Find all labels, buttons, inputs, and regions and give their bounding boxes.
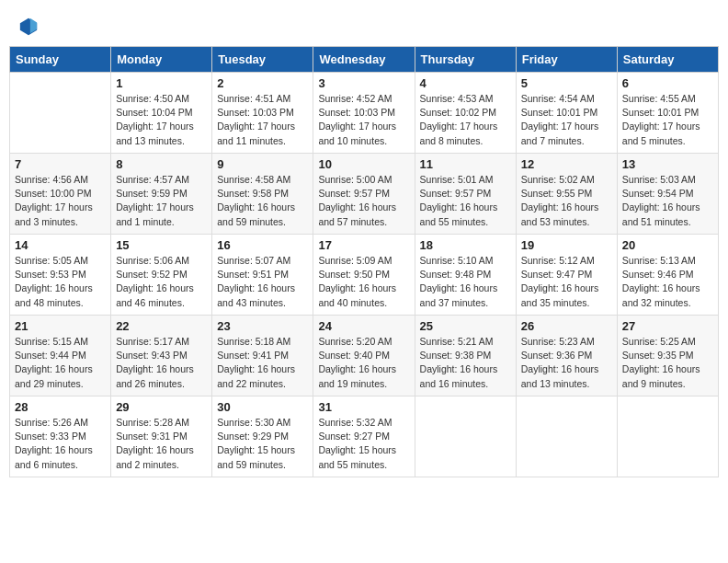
day-info: Sunrise: 5:18 AM Sunset: 9:41 PM Dayligh… (217, 335, 308, 391)
weekday-header: Friday (516, 47, 617, 73)
calendar-cell (617, 396, 718, 477)
calendar-week-row: 1Sunrise: 4:50 AM Sunset: 10:04 PM Dayli… (10, 73, 719, 154)
day-number: 27 (622, 319, 713, 333)
day-number: 2 (217, 76, 308, 90)
weekday-header: Sunday (10, 47, 111, 73)
day-number: 17 (318, 238, 409, 252)
calendar-cell: 27Sunrise: 5:25 AM Sunset: 9:35 PM Dayli… (617, 316, 718, 396)
day-number: 25 (420, 319, 511, 333)
calendar-cell (516, 396, 617, 477)
day-number: 4 (420, 76, 511, 90)
day-info: Sunrise: 4:56 AM Sunset: 10:00 PM Daylig… (15, 173, 106, 229)
calendar-cell: 25Sunrise: 5:21 AM Sunset: 9:38 PM Dayli… (415, 316, 516, 396)
day-info: Sunrise: 5:02 AM Sunset: 9:55 PM Dayligh… (521, 173, 612, 229)
calendar-cell (415, 396, 516, 477)
day-number: 24 (318, 319, 409, 333)
day-number: 10 (318, 157, 409, 171)
calendar-cell: 7Sunrise: 4:56 AM Sunset: 10:00 PM Dayli… (10, 154, 111, 235)
day-number: 20 (622, 238, 713, 252)
day-number: 6 (622, 76, 713, 90)
calendar-week-row: 14Sunrise: 5:05 AM Sunset: 9:53 PM Dayli… (10, 235, 719, 316)
day-info: Sunrise: 4:51 AM Sunset: 10:03 PM Daylig… (217, 92, 308, 148)
day-info: Sunrise: 5:09 AM Sunset: 9:50 PM Dayligh… (318, 254, 409, 310)
day-info: Sunrise: 5:20 AM Sunset: 9:40 PM Dayligh… (318, 335, 409, 391)
calendar-week-row: 21Sunrise: 5:15 AM Sunset: 9:44 PM Dayli… (10, 316, 719, 396)
calendar-cell: 6Sunrise: 4:55 AM Sunset: 10:01 PM Dayli… (617, 73, 718, 154)
day-info: Sunrise: 5:06 AM Sunset: 9:52 PM Dayligh… (116, 254, 207, 310)
calendar-cell: 24Sunrise: 5:20 AM Sunset: 9:40 PM Dayli… (313, 316, 415, 396)
calendar-cell: 17Sunrise: 5:09 AM Sunset: 9:50 PM Dayli… (313, 235, 415, 316)
weekday-header: Monday (111, 47, 212, 73)
day-info: Sunrise: 5:26 AM Sunset: 9:33 PM Dayligh… (15, 416, 106, 472)
calendar-cell: 10Sunrise: 5:00 AM Sunset: 9:57 PM Dayli… (313, 154, 415, 235)
day-number: 12 (521, 157, 612, 171)
svg-marker-1 (30, 18, 37, 34)
calendar-cell: 31Sunrise: 5:32 AM Sunset: 9:27 PM Dayli… (313, 396, 415, 477)
day-info: Sunrise: 5:01 AM Sunset: 9:57 PM Dayligh… (420, 173, 511, 229)
calendar-cell: 20Sunrise: 5:13 AM Sunset: 9:46 PM Dayli… (617, 235, 718, 316)
calendar-cell: 26Sunrise: 5:23 AM Sunset: 9:36 PM Dayli… (516, 316, 617, 396)
calendar-cell: 12Sunrise: 5:02 AM Sunset: 9:55 PM Dayli… (516, 154, 617, 235)
day-number: 22 (116, 319, 207, 333)
calendar-cell: 11Sunrise: 5:01 AM Sunset: 9:57 PM Dayli… (415, 154, 516, 235)
day-info: Sunrise: 4:57 AM Sunset: 9:59 PM Dayligh… (116, 173, 207, 229)
calendar-cell: 29Sunrise: 5:28 AM Sunset: 9:31 PM Dayli… (111, 396, 212, 477)
day-info: Sunrise: 5:21 AM Sunset: 9:38 PM Dayligh… (420, 335, 511, 391)
day-info: Sunrise: 5:13 AM Sunset: 9:46 PM Dayligh… (622, 254, 713, 310)
day-number: 16 (217, 238, 308, 252)
calendar-week-row: 28Sunrise: 5:26 AM Sunset: 9:33 PM Dayli… (10, 396, 719, 477)
day-number: 5 (521, 76, 612, 90)
day-number: 30 (217, 400, 308, 414)
day-number: 19 (521, 238, 612, 252)
calendar-cell: 21Sunrise: 5:15 AM Sunset: 9:44 PM Dayli… (10, 316, 111, 396)
calendar-cell: 16Sunrise: 5:07 AM Sunset: 9:51 PM Dayli… (212, 235, 313, 316)
calendar-cell: 19Sunrise: 5:12 AM Sunset: 9:47 PM Dayli… (516, 235, 617, 316)
day-info: Sunrise: 5:15 AM Sunset: 9:44 PM Dayligh… (15, 335, 106, 391)
day-number: 23 (217, 319, 308, 333)
day-info: Sunrise: 4:58 AM Sunset: 9:58 PM Dayligh… (217, 173, 308, 229)
calendar-cell: 13Sunrise: 5:03 AM Sunset: 9:54 PM Dayli… (617, 154, 718, 235)
day-number: 9 (217, 157, 308, 171)
day-number: 29 (116, 400, 207, 414)
calendar-cell: 15Sunrise: 5:06 AM Sunset: 9:52 PM Dayli… (111, 235, 212, 316)
day-info: Sunrise: 5:10 AM Sunset: 9:48 PM Dayligh… (420, 254, 511, 310)
calendar-cell: 9Sunrise: 4:58 AM Sunset: 9:58 PM Daylig… (212, 154, 313, 235)
calendar-cell: 4Sunrise: 4:53 AM Sunset: 10:02 PM Dayli… (415, 73, 516, 154)
day-info: Sunrise: 5:00 AM Sunset: 9:57 PM Dayligh… (318, 173, 409, 229)
page-header (9, 9, 719, 40)
day-number: 7 (15, 157, 106, 171)
day-number: 8 (116, 157, 207, 171)
calendar-cell: 28Sunrise: 5:26 AM Sunset: 9:33 PM Dayli… (10, 396, 111, 477)
weekday-header: Saturday (617, 47, 718, 73)
calendar-cell: 22Sunrise: 5:17 AM Sunset: 9:43 PM Dayli… (111, 316, 212, 396)
calendar-cell: 30Sunrise: 5:30 AM Sunset: 9:29 PM Dayli… (212, 396, 313, 477)
day-info: Sunrise: 5:28 AM Sunset: 9:31 PM Dayligh… (116, 416, 207, 472)
weekday-header-row: SundayMondayTuesdayWednesdayThursdayFrid… (10, 47, 719, 73)
calendar-cell: 5Sunrise: 4:54 AM Sunset: 10:01 PM Dayli… (516, 73, 617, 154)
day-info: Sunrise: 4:53 AM Sunset: 10:02 PM Daylig… (420, 92, 511, 148)
day-info: Sunrise: 5:23 AM Sunset: 9:36 PM Dayligh… (521, 335, 612, 391)
day-number: 28 (15, 400, 106, 414)
day-info: Sunrise: 5:30 AM Sunset: 9:29 PM Dayligh… (217, 416, 308, 472)
day-info: Sunrise: 5:25 AM Sunset: 9:35 PM Dayligh… (622, 335, 713, 391)
day-number: 15 (116, 238, 207, 252)
weekday-header: Thursday (415, 47, 516, 73)
logo-icon (18, 17, 39, 37)
calendar-table: SundayMondayTuesdayWednesdayThursdayFrid… (9, 46, 719, 477)
calendar-cell: 1Sunrise: 4:50 AM Sunset: 10:04 PM Dayli… (111, 73, 212, 154)
calendar-cell (10, 73, 111, 154)
calendar-cell: 14Sunrise: 5:05 AM Sunset: 9:53 PM Dayli… (10, 235, 111, 316)
calendar-week-row: 7Sunrise: 4:56 AM Sunset: 10:00 PM Dayli… (10, 154, 719, 235)
day-info: Sunrise: 5:07 AM Sunset: 9:51 PM Dayligh… (217, 254, 308, 310)
calendar-cell: 18Sunrise: 5:10 AM Sunset: 9:48 PM Dayli… (415, 235, 516, 316)
calendar-cell: 3Sunrise: 4:52 AM Sunset: 10:03 PM Dayli… (313, 73, 415, 154)
calendar-cell: 23Sunrise: 5:18 AM Sunset: 9:41 PM Dayli… (212, 316, 313, 396)
day-number: 21 (15, 319, 106, 333)
calendar-cell: 2Sunrise: 4:51 AM Sunset: 10:03 PM Dayli… (212, 73, 313, 154)
day-info: Sunrise: 5:12 AM Sunset: 9:47 PM Dayligh… (521, 254, 612, 310)
day-number: 13 (622, 157, 713, 171)
weekday-header: Wednesday (313, 47, 415, 73)
day-number: 26 (521, 319, 612, 333)
day-number: 11 (420, 157, 511, 171)
day-info: Sunrise: 5:03 AM Sunset: 9:54 PM Dayligh… (622, 173, 713, 229)
